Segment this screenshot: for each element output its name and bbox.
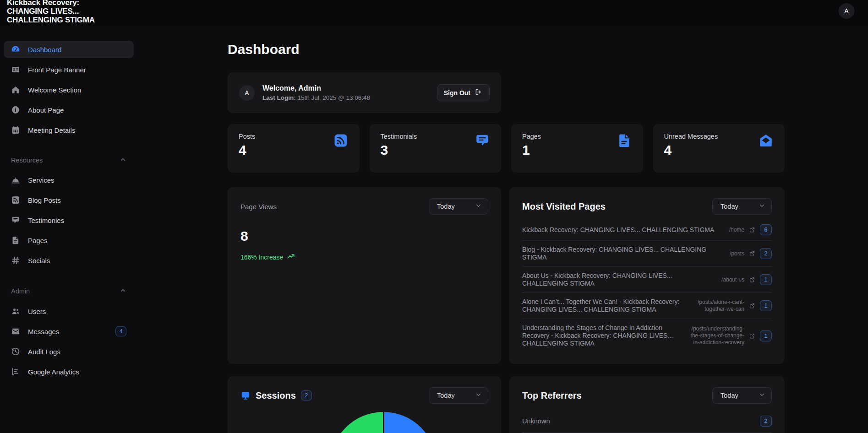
sidebar-item-front-page-banner[interactable]: Front Page Banner bbox=[4, 61, 134, 78]
stat-label: Pages bbox=[522, 133, 632, 140]
stat-label: Unread Messages bbox=[664, 133, 774, 140]
site-title-line: CHALLENGING STIGMA bbox=[7, 16, 95, 24]
chevron-down-icon bbox=[759, 391, 765, 400]
external-link-icon[interactable] bbox=[749, 333, 755, 339]
count-badge: 1 bbox=[760, 300, 772, 311]
card-title: Most Visited Pages bbox=[522, 201, 606, 212]
history-icon bbox=[11, 347, 20, 356]
sidebar-item-dashboard[interactable]: Dashboard bbox=[4, 41, 134, 58]
page-views-change: 166% Increase bbox=[240, 252, 488, 262]
page-path: /home bbox=[729, 227, 744, 233]
hashtag-icon bbox=[11, 256, 20, 265]
most-visited-pages-card: Most Visited Pages Today Kickback Recove… bbox=[509, 187, 785, 364]
page-title-text: About Us - Kickback Recovery: CHANGING L… bbox=[522, 272, 717, 287]
sidebar-item-users[interactable]: Users bbox=[4, 303, 134, 320]
sidebar-section-resources[interactable]: Resources bbox=[4, 156, 134, 164]
select-value: Today bbox=[437, 392, 475, 399]
top-referrers-list: Unknown 2 bbox=[522, 410, 772, 433]
sessions-count-badge: 2 bbox=[301, 390, 312, 401]
bottom-row: Sessions 2 Today Top Referrers Today bbox=[228, 376, 785, 433]
info-icon bbox=[11, 105, 20, 114]
external-link-icon[interactable] bbox=[749, 250, 755, 257]
page-views-value: 8 bbox=[240, 228, 488, 244]
sidebar-item-testimonies[interactable]: Testimonies bbox=[4, 211, 134, 229]
top-referrers-card: Top Referrers Today Unknown 2 bbox=[509, 376, 785, 433]
id-card-icon bbox=[11, 65, 20, 74]
stat-card-posts[interactable]: Posts 4 bbox=[228, 124, 360, 173]
sidebar-item-about-page[interactable]: About Page bbox=[4, 101, 134, 119]
stat-value: 3 bbox=[381, 142, 491, 158]
sidebar-item-blog-posts[interactable]: Blog Posts bbox=[4, 191, 134, 209]
stat-label: Posts bbox=[239, 133, 349, 140]
most-visited-list: Kickback Recovery: CHANGING LIVES... CHA… bbox=[522, 219, 772, 352]
sidebar-item-welcome-section[interactable]: Welcome Section bbox=[4, 81, 134, 98]
avatar-initial: A bbox=[245, 89, 249, 97]
referrer-name: Unknown bbox=[522, 417, 760, 425]
page-title-text: Kickback Recovery: CHANGING LIVES... CHA… bbox=[522, 226, 725, 234]
document-icon bbox=[11, 236, 20, 245]
most-visited-filter-select[interactable]: Today bbox=[712, 198, 772, 215]
trending-up-icon bbox=[287, 252, 295, 262]
site-title-line: Kickback Recovery: bbox=[7, 0, 95, 7]
external-link-icon[interactable] bbox=[749, 303, 755, 309]
sidebar-item-pages[interactable]: Pages bbox=[4, 232, 134, 249]
card-header: Sessions 2 Today bbox=[240, 387, 488, 404]
users-icon bbox=[11, 307, 20, 316]
count-badge: 6 bbox=[760, 224, 772, 235]
page-path: /posts bbox=[730, 250, 744, 257]
sidebar: Dashboard Front Page Banner Welcome Sect… bbox=[0, 26, 137, 433]
table-row[interactable]: Blog - Kickback Recovery: CHANGING LIVES… bbox=[522, 240, 772, 266]
sidebar-item-meeting-details[interactable]: Meeting Details bbox=[4, 121, 134, 139]
table-row[interactable]: Unknown 2 bbox=[522, 410, 772, 432]
table-row[interactable]: Kickback Recovery: CHANGING LIVES... CHA… bbox=[522, 219, 772, 240]
page-views-filter-select[interactable]: Today bbox=[429, 198, 488, 215]
sidebar-item-messages[interactable]: Messages 4 bbox=[4, 323, 134, 340]
last-login: Last Login: 15th Jul, 2025 @ 13:06:48 bbox=[262, 94, 437, 101]
card-header: Most Visited Pages Today bbox=[522, 198, 772, 215]
select-value: Today bbox=[437, 203, 475, 210]
card-header: Top Referrers Today bbox=[522, 387, 772, 404]
sidebar-item-socials[interactable]: Socials bbox=[4, 252, 134, 269]
change-text: 166% Increase bbox=[240, 254, 283, 261]
mail-icon bbox=[11, 327, 20, 336]
count-badge: 1 bbox=[760, 330, 772, 341]
table-row[interactable]: Alone I Can’t... Together We Can! - Kick… bbox=[522, 292, 772, 319]
stat-card-pages[interactable]: Pages 1 bbox=[511, 124, 643, 173]
top-referrers-filter-select[interactable]: Today bbox=[712, 387, 772, 404]
cloche-icon bbox=[11, 175, 20, 184]
sidebar-item-services[interactable]: Services bbox=[4, 171, 134, 189]
last-login-value: 15th Jul, 2025 @ 13:06:48 bbox=[298, 94, 371, 101]
count-badge: 2 bbox=[760, 416, 772, 427]
gauge-icon bbox=[11, 45, 20, 54]
sidebar-item-label: Users bbox=[28, 308, 46, 315]
page-title: Dashboard bbox=[228, 41, 785, 58]
stat-card-unread-messages[interactable]: Unread Messages 4 bbox=[653, 124, 785, 173]
avatar[interactable]: A bbox=[839, 3, 854, 19]
welcome-greeting: Welcome, Admin bbox=[262, 84, 437, 92]
sessions-filter-select[interactable]: Today bbox=[429, 387, 488, 404]
table-row[interactable]: About Us - Kickback Recovery: CHANGING L… bbox=[522, 266, 772, 292]
stat-card-testimonials[interactable]: Testimonials 3 bbox=[370, 124, 502, 173]
document-icon bbox=[617, 133, 632, 148]
sidebar-item-audit-logs[interactable]: Audit Logs bbox=[4, 343, 134, 360]
sidebar-item-google-analytics[interactable]: Google Analytics bbox=[4, 363, 134, 380]
stat-value: 4 bbox=[664, 142, 774, 158]
site-title: Kickback Recovery: CHANGING LIVES... CHA… bbox=[7, 0, 95, 24]
external-link-icon[interactable] bbox=[749, 227, 755, 233]
external-link-icon[interactable] bbox=[749, 276, 755, 283]
sidebar-item-label: Socials bbox=[28, 257, 50, 265]
sidebar-item-label: Meeting Details bbox=[28, 126, 75, 134]
page-views-card: Page Views Today 8 166% Increase bbox=[228, 187, 501, 364]
sidebar-item-label: Services bbox=[28, 176, 55, 184]
sign-out-button[interactable]: Sign Out bbox=[437, 84, 490, 101]
page-path: /posts/understanding-the-stages-of-chang… bbox=[690, 325, 744, 346]
chevron-down-icon bbox=[475, 202, 482, 211]
card-title: Page Views bbox=[240, 203, 277, 211]
rss-icon bbox=[11, 195, 20, 205]
stats-row: Posts 4 Testimonials 3 Pages 1 Unread Me… bbox=[228, 124, 785, 173]
section-title-label: Admin bbox=[11, 287, 30, 295]
table-row[interactable]: Understanding the Stages of Change in Ad… bbox=[522, 319, 772, 352]
sidebar-section-admin[interactable]: Admin bbox=[4, 287, 134, 295]
sidebar-item-label: Front Page Banner bbox=[28, 66, 86, 74]
welcome-card: A Welcome, Admin Last Login: 15th Jul, 2… bbox=[228, 72, 501, 113]
